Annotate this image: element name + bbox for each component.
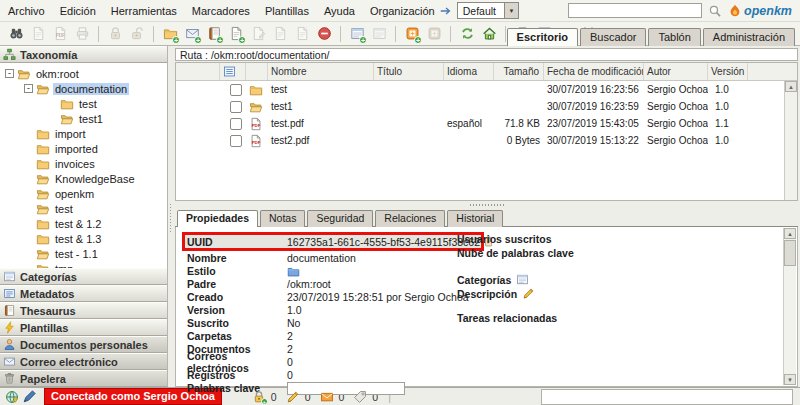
panel-header-papelera[interactable]: Papelera	[0, 370, 167, 387]
tree-item-import[interactable]: import	[0, 126, 167, 141]
panel-header-metadatos[interactable]: Metadatos	[0, 285, 167, 302]
tree-item-knowledgebase[interactable]: KnowledgeBase	[0, 171, 167, 186]
header-nombre[interactable]: Nombre	[268, 63, 374, 80]
row-checkbox[interactable]	[230, 101, 242, 113]
statusbar-input[interactable]	[541, 389, 793, 405]
header-titulo[interactable]: Título	[374, 63, 444, 80]
import-mail-button[interactable]: +	[182, 24, 202, 44]
tab-buscador[interactable]: Buscador	[580, 28, 646, 46]
tree-item-documentation[interactable]: -documentation	[0, 81, 167, 96]
tree-expander-icon[interactable]: -	[5, 69, 14, 78]
tree-item-test-1-2[interactable]: test & 1.2	[0, 216, 167, 231]
cancel-checkout-button[interactable]	[314, 24, 334, 44]
style-folder-icon[interactable]	[287, 265, 300, 278]
tag-icon	[353, 390, 367, 404]
header-idioma[interactable]: Idioma	[444, 63, 494, 80]
scroll-thumb[interactable]	[784, 240, 796, 266]
property-label: UUID	[187, 236, 287, 248]
tree-item-okm-root[interactable]: -okm:root	[0, 66, 167, 81]
file-row-test2-pdf[interactable]: PDFtest2.pdf0 Bytes30/07/2019 15:13:22Se…	[176, 132, 797, 149]
profile-select-arrow-icon[interactable]: ▼	[504, 3, 518, 18]
panel-header-taxonomia[interactable]: Taxonomía	[0, 46, 167, 63]
tab-escritorio[interactable]: Escritorio	[507, 28, 578, 46]
tree-item-openkm[interactable]: openkm	[0, 186, 167, 201]
tab-tablon[interactable]: Tablón	[648, 28, 700, 46]
file-table-scrollbar[interactable]: ▲	[784, 81, 797, 200]
add-document-button[interactable]: +	[226, 24, 246, 44]
tree-item-test1[interactable]: test1	[0, 111, 167, 126]
tree-item-test[interactable]: test	[0, 96, 167, 111]
quick-search-input[interactable]	[568, 3, 702, 18]
tab-notas[interactable]: Notas	[260, 210, 305, 227]
menu-edicion[interactable]: Edición	[60, 5, 96, 17]
menu-plantillas[interactable]: Plantillas	[265, 5, 309, 17]
start-workflow-button[interactable]: +	[402, 24, 422, 44]
vertical-splitter[interactable]	[168, 46, 173, 387]
tree-item-test[interactable]: test	[0, 201, 167, 216]
file-size: 71.8 KB	[494, 118, 544, 129]
menu-ayuda[interactable]: Ayuda	[324, 5, 355, 17]
refresh-icon	[460, 26, 475, 41]
scroll-down-icon[interactable]: ▼	[784, 374, 796, 385]
menu-marcadores[interactable]: Marcadores	[192, 5, 250, 17]
horizontal-splitter[interactable]	[173, 201, 800, 208]
tab-seguridad[interactable]: Seguridad	[307, 210, 373, 227]
header-autor[interactable]: Autor	[644, 63, 708, 80]
add-property-group-button[interactable]: +	[347, 24, 367, 44]
home-button[interactable]	[479, 24, 499, 44]
header-tamano[interactable]: Tamaño	[494, 63, 544, 80]
file-row-test[interactable]: test30/07/2019 16:23:56Sergio Ochoa1.0	[176, 81, 797, 98]
panel-header-thesaurus[interactable]: Thesaurus	[0, 302, 167, 319]
find-button[interactable]	[6, 24, 26, 44]
tab-historial[interactable]: Historial	[447, 210, 503, 227]
select-menu-icon[interactable]	[223, 65, 236, 78]
header-version[interactable]: Versión	[708, 63, 748, 80]
refresh-button[interactable]	[457, 24, 477, 44]
tab-relaciones[interactable]: Relaciones	[375, 210, 445, 227]
row-checkbox[interactable]	[230, 135, 242, 147]
file-row-test1[interactable]: test130/07/2019 16:23:59Sergio Ochoa1.0	[176, 98, 797, 115]
property-value: documentation	[287, 252, 356, 264]
checkbox-cell	[220, 118, 246, 130]
add-agenda-button[interactable]: +	[204, 24, 224, 44]
row-checkbox[interactable]	[230, 118, 242, 130]
tab-administracion[interactable]: Administración	[703, 28, 795, 46]
unlock-button	[127, 24, 147, 44]
toolbar-separator	[153, 26, 154, 42]
header-select-all[interactable]	[220, 63, 246, 80]
file-row-test-pdf[interactable]: PDFtest.pdfespañol71.8 KB23/07/2019 15:4…	[176, 115, 797, 132]
add-category-icon[interactable]	[516, 273, 529, 286]
profile-select[interactable]: Default ▼	[457, 2, 519, 19]
keywords-input[interactable]	[287, 382, 405, 395]
tree-item-test-1-1[interactable]: test - 1.1	[0, 246, 167, 261]
menu-organizacion[interactable]: Organización	[370, 5, 435, 17]
detail-scrollbar[interactable]: ▲ ▼	[783, 228, 796, 385]
network-globe-icon	[5, 390, 19, 404]
tab-propiedades[interactable]: Propiedades	[177, 210, 258, 227]
tree-expander-icon[interactable]: -	[24, 84, 33, 93]
row-checkbox[interactable]	[230, 84, 242, 96]
panel-header-documentos-personales[interactable]: Documentos personales	[0, 336, 167, 353]
tree-item-invoices[interactable]: invoices	[0, 156, 167, 171]
property-row-padre: Padre/okm:root	[182, 278, 492, 290]
scroll-up-icon[interactable]: ▲	[784, 228, 796, 239]
folder-icon	[36, 232, 50, 246]
scroll-up-icon[interactable]: ▲	[785, 81, 797, 92]
header-fecha-modificacion[interactable]: Fecha de modificación	[544, 63, 644, 80]
search-icon[interactable]	[708, 4, 722, 18]
create-folder-button[interactable]: +	[160, 24, 180, 44]
tree-item-tmp[interactable]: tmp	[0, 261, 167, 268]
panel-header-correo-electronico[interactable]: Correo electrónico	[0, 353, 167, 370]
tree-item-imported[interactable]: imported	[0, 141, 167, 156]
tree-item-label: invoices	[53, 158, 97, 170]
file-modified: 23/07/2019 15:43:05	[544, 118, 644, 129]
tree-item-test-1-3[interactable]: test & 1.3	[0, 231, 167, 246]
file-version: 1.1	[708, 118, 748, 129]
menu-herramientas[interactable]: Herramientas	[111, 5, 177, 17]
lock-button	[105, 24, 125, 44]
sidebar: Taxonomía -okm:root-documentationtesttes…	[0, 46, 168, 387]
panel-header-plantillas[interactable]: Plantillas	[0, 319, 167, 336]
menu-archivo[interactable]: Archivo	[8, 5, 45, 17]
subscribed-users-row: Usuarios suscritos	[457, 233, 574, 245]
panel-header-categorias[interactable]: Categorías	[0, 268, 167, 285]
